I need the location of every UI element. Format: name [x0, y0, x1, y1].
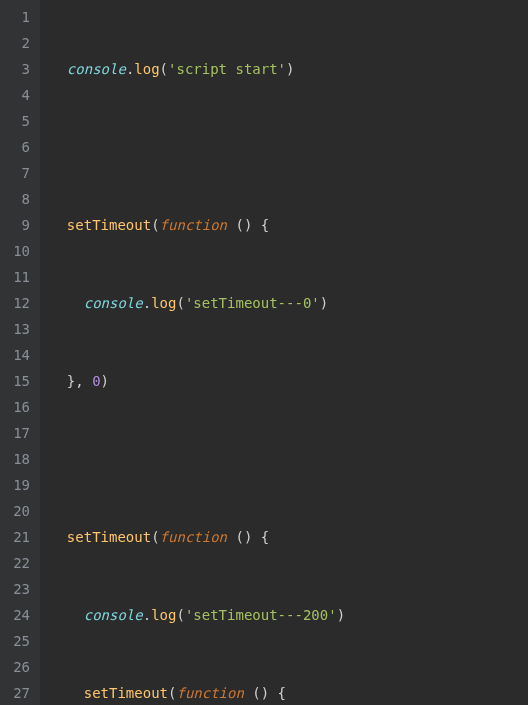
line-number: 6: [6, 134, 30, 160]
line-number: 17: [6, 420, 30, 446]
line-number: 25: [6, 628, 30, 654]
line-number: 15: [6, 368, 30, 394]
line-number: 22: [6, 550, 30, 576]
line-number: 10: [6, 238, 30, 264]
line-number-gutter: 1 2 3 4 5 6 7 8 9 10 11 12 13 14 15 16 1…: [0, 0, 40, 705]
code-editor[interactable]: 1 2 3 4 5 6 7 8 9 10 11 12 13 14 15 16 1…: [0, 0, 528, 705]
code-line[interactable]: console.log('setTimeout---200'): [50, 602, 396, 628]
code-line[interactable]: console.log('script start'): [50, 56, 396, 82]
line-number: 13: [6, 316, 30, 342]
line-number: 7: [6, 160, 30, 186]
line-number: 18: [6, 446, 30, 472]
line-number: 14: [6, 342, 30, 368]
code-area[interactable]: console.log('script start') setTimeout(f…: [40, 0, 396, 705]
line-number: 20: [6, 498, 30, 524]
line-number: 8: [6, 186, 30, 212]
code-line[interactable]: [50, 134, 396, 160]
line-number: 12: [6, 290, 30, 316]
line-number: 1: [6, 4, 30, 30]
code-line[interactable]: [50, 446, 396, 472]
code-line[interactable]: setTimeout(function () {: [50, 524, 396, 550]
code-line[interactable]: setTimeout(function () {: [50, 680, 396, 705]
line-number: 23: [6, 576, 30, 602]
line-number: 24: [6, 602, 30, 628]
line-number: 2: [6, 30, 30, 56]
line-number: 27: [6, 680, 30, 705]
code-line[interactable]: console.log('setTimeout---0'): [50, 290, 396, 316]
line-number: 9: [6, 212, 30, 238]
line-number: 16: [6, 394, 30, 420]
line-number: 4: [6, 82, 30, 108]
line-number: 21: [6, 524, 30, 550]
line-number: 3: [6, 56, 30, 82]
line-number: 11: [6, 264, 30, 290]
line-number: 5: [6, 108, 30, 134]
code-line[interactable]: setTimeout(function () {: [50, 212, 396, 238]
code-line[interactable]: }, 0): [50, 368, 396, 394]
line-number: 26: [6, 654, 30, 680]
line-number: 19: [6, 472, 30, 498]
